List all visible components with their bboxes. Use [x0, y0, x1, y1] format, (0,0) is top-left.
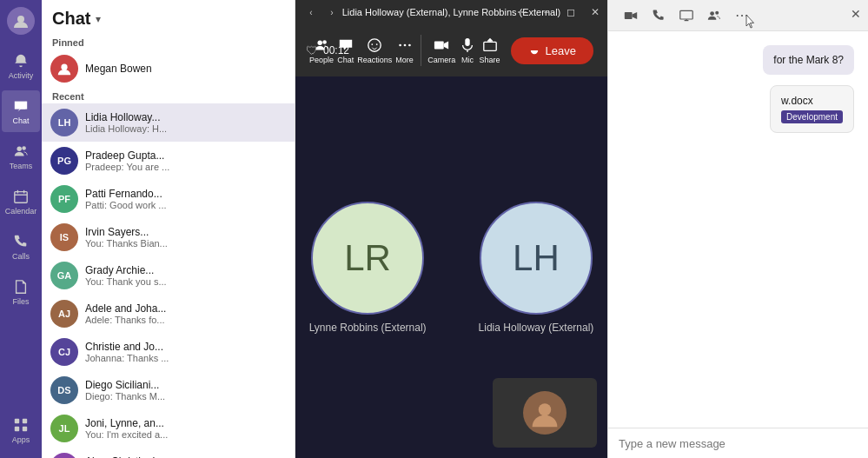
chat-info-joni: Joni, Lynne, an... You: I'm excited a...: [85, 417, 286, 440]
svg-point-2: [22, 146, 26, 150]
participant-name-lr: Lynne Robbins (External): [309, 322, 427, 334]
participant-lr: LR Lynne Robbins (External): [309, 202, 427, 334]
user-avatar[interactable]: [7, 7, 35, 35]
avatar-alex: AC: [50, 453, 78, 458]
participant-name-lh: Lidia Holloway (External): [479, 322, 594, 334]
sidebar-item-calls-label: Calls: [12, 252, 30, 261]
chat-item-joni[interactable]: JL Joni, Lynne, an... You: I'm excited a…: [42, 409, 295, 448]
minimize-button[interactable]: −: [534, 0, 559, 24]
avatar-joni: JL: [50, 415, 78, 442]
sidebar-item-teams[interactable]: Teams: [2, 136, 40, 177]
sidebar-item-apps[interactable]: Apps: [2, 409, 40, 451]
avatar-irvin: IS: [50, 223, 78, 251]
sidebar: Activity Chat Teams Calendar Calls Files…: [0, 0, 42, 458]
chat-item-christie[interactable]: CJ Christie and Jo... Johanna: Thanks ..…: [42, 333, 295, 371]
sidebar-item-chat[interactable]: Chat: [2, 90, 40, 132]
svg-rect-8: [23, 418, 27, 422]
avatar-pradeep: PG: [50, 147, 78, 175]
chat-preview-irvin: You: Thanks Bian...: [85, 238, 286, 249]
right-panel-toolbar: ⋯: [619, 3, 754, 28]
svg-point-30: [715, 10, 719, 14]
close-button[interactable]: ✕: [583, 0, 607, 24]
chat-chevron-icon[interactable]: ▾: [96, 13, 101, 25]
svg-point-17: [399, 43, 401, 46]
participant-avatar-lr: LR: [311, 202, 424, 315]
chat-item-pradeep[interactable]: PG Pradeep Gupta... Pradeep: You are ...: [42, 142, 295, 180]
sidebar-item-calendar[interactable]: Calendar: [2, 181, 40, 222]
avatar-christie: CJ: [50, 338, 78, 366]
file-tag: Development: [781, 110, 843, 123]
toolbar-more-button[interactable]: More: [395, 28, 414, 73]
chat-name-diego: Diego Siciliani...: [85, 379, 286, 391]
sidebar-item-activity[interactable]: Activity: [2, 45, 40, 87]
sidebar-item-calls[interactable]: Calls: [2, 226, 40, 268]
chat-item-lidia[interactable]: LH Lidia Holloway... Lidia Holloway: H..…: [42, 103, 295, 142]
call-toolbar: 🛡 00:12 People Chat Reactions More: [295, 24, 607, 76]
message-input[interactable]: [619, 437, 858, 450]
leave-label: Leave: [546, 44, 576, 57]
call-window: ‹ › Lidia Holloway (External), Lynne Rob…: [295, 0, 607, 458]
sidebar-item-apps-label: Apps: [12, 435, 30, 444]
toolbar-mic-label: Mic: [461, 56, 474, 64]
call-timer-text: 00:12: [323, 44, 349, 56]
chat-info-christie: Christie and Jo... Johanna: Thanks ...: [85, 341, 286, 363]
screen-share-icon[interactable]: [674, 3, 699, 28]
chat-item-grady[interactable]: GA Grady Archie... You: Thank you s...: [42, 256, 295, 295]
participant-lh: LH Lidia Holloway (External): [479, 202, 594, 334]
call-timer: 🛡 00:12: [306, 43, 349, 57]
avatar-patti: PF: [50, 185, 78, 213]
call-body: LR Lynne Robbins (External) LH Lidia Hol…: [295, 76, 607, 458]
video-call-icon[interactable]: [619, 3, 643, 28]
chat-preview-lidia: Lidia Holloway: H...: [85, 123, 286, 134]
chat-panel-title: Chat: [52, 9, 90, 29]
back-button[interactable]: ‹: [302, 3, 320, 21]
sidebar-item-chat-label: Chat: [12, 116, 29, 125]
chat-info-adele: Adele and Joha... Adele: Thanks fo...: [85, 302, 286, 325]
avatar-megan: [50, 55, 78, 83]
more-options-icon[interactable]: ⋯: [510, 0, 534, 24]
sidebar-item-activity-label: Activity: [9, 71, 34, 80]
sidebar-item-files[interactable]: Files: [2, 271, 40, 313]
toolbar-share-button[interactable]: Share: [480, 28, 500, 73]
chat-preview-grady: You: Thank you s...: [85, 276, 286, 287]
svg-point-15: [372, 43, 374, 45]
call-title-bar: ‹ › Lidia Holloway (External), Lynne Rob…: [295, 0, 607, 24]
forward-button[interactable]: ›: [323, 3, 341, 21]
chat-name-joni: Joni, Lynne, an...: [85, 417, 286, 429]
leave-button[interactable]: Leave: [511, 37, 593, 64]
svg-rect-20: [434, 41, 444, 49]
toolbar-reactions-button[interactable]: Reactions: [357, 28, 392, 73]
pinned-chat-megan[interactable]: Megan Bowen: [42, 50, 295, 88]
svg-rect-23: [483, 42, 495, 50]
more-actions-icon[interactable]: ⋯: [730, 3, 754, 28]
svg-rect-9: [15, 426, 19, 430]
self-preview: [493, 378, 597, 448]
message-area: for the Mark 8? w.docx Development: [608, 31, 868, 428]
participants-icon[interactable]: [702, 3, 726, 28]
chat-preview-pradeep: Pradeep: You are ...: [85, 162, 286, 172]
toolbar-camera-button[interactable]: Camera: [427, 28, 455, 73]
chat-name-lidia: Lidia Holloway...: [85, 111, 286, 123]
chat-info-grady: Grady Archie... You: Thank you s...: [85, 264, 286, 287]
call-window-left-controls: ‹ ›: [295, 0, 341, 24]
chat-panel: Chat ▾ Pinned Megan Bowen Recent LH Lidi…: [42, 0, 295, 458]
chat-item-adele[interactable]: AJ Adele and Joha... Adele: Thanks fo...: [42, 295, 295, 333]
chat-name-patti: Patti Fernando...: [85, 188, 286, 200]
sidebar-item-calendar-label: Calendar: [5, 207, 37, 216]
right-panel-close-button[interactable]: ✕: [851, 7, 861, 21]
chat-info-patti: Patti Fernando... Patti: Good work ...: [85, 188, 286, 210]
svg-point-14: [368, 38, 381, 50]
svg-rect-21: [465, 37, 469, 45]
chat-item-diego[interactable]: DS Diego Siciliani... Diego: Thanks M...: [42, 371, 295, 409]
chat-item-irvin[interactable]: IS Irvin Sayers... You: Thanks Bian...: [42, 218, 295, 256]
chat-header: Chat ▾: [42, 0, 295, 34]
audio-call-icon[interactable]: [646, 3, 671, 28]
chat-name-christie: Christie and Jo...: [85, 341, 286, 353]
file-bubble-1: w.docx Development: [770, 85, 854, 133]
main-area: ‹ › Lidia Holloway (External), Lynne Rob…: [295, 0, 607, 458]
toolbar-mic-button[interactable]: Mic: [459, 28, 475, 73]
chat-item-patti[interactable]: PF Patti Fernando... Patti: Good work ..…: [42, 180, 295, 218]
avatar-diego: DS: [50, 376, 78, 404]
restore-button[interactable]: ◻: [559, 0, 583, 24]
chat-item-alex[interactable]: AC Alex, Christie, I... Johanna: Christi…: [42, 448, 295, 458]
